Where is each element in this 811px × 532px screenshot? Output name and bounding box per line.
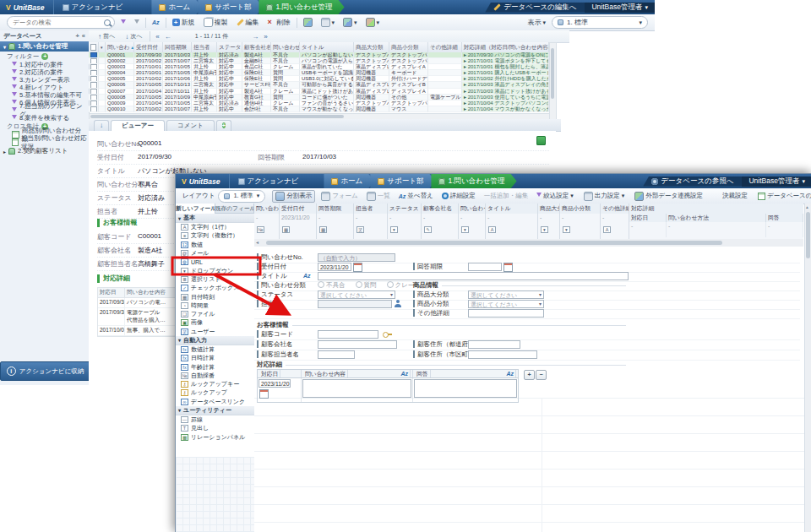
tab-comment[interactable]: コメント: [166, 120, 215, 131]
layout-select-1[interactable]: 1. 標準 ▾: [552, 16, 648, 29]
row-checkbox[interactable]: [89, 64, 99, 70]
next-record-button[interactable]: ↓次へ: [122, 31, 144, 41]
sidebar-database-inquiry[interactable]: ▾ 1.問い合わせ管理: [0, 41, 89, 52]
import-menu-button[interactable]: ▾: [363, 17, 383, 28]
tab-home[interactable]: ホーム: [324, 174, 374, 188]
column-header[interactable]: タイトル: [300, 42, 354, 52]
vertical-scrollbar[interactable]: [549, 42, 557, 120]
customer-city-field[interactable]: [468, 350, 537, 359]
settings-button-1[interactable]: 絞込設定▾: [534, 191, 576, 201]
tab-inquiry-management[interactable]: 1.問い合わせ管理: [259, 0, 344, 14]
customer-name-field[interactable]: [318, 340, 397, 349]
row-checkbox[interactable]: [89, 89, 99, 95]
field-type-item[interactable]: ⚷ルックアップ: [176, 388, 254, 397]
user-menu[interactable]: UnitBase管理者 ▾: [742, 176, 811, 187]
edit-database-link[interactable]: データベースの編集へ: [485, 3, 585, 13]
grid-row[interactable]: Q000052017/10/022017/10/06井上怜対応中保険E社質問US…: [89, 76, 549, 82]
customer-pref-field[interactable]: [468, 340, 520, 349]
field-type-item[interactable]: fx日時計算: [176, 354, 254, 362]
stow-to-actionnav-button[interactable]: i アクションナビに収納: [0, 361, 90, 381]
row-checkbox[interactable]: [89, 52, 99, 58]
sort-button[interactable]: Az: [150, 19, 162, 26]
due-date-field[interactable]: [468, 263, 502, 271]
product-category-select[interactable]: 選択してください▾: [468, 290, 544, 299]
grid-row[interactable]: Q000092017/10/042017/10/05二宮将太対応済み通信H社クレ…: [89, 100, 549, 106]
column-header[interactable]: 対応詳細（対応日/問い合わせ内容/回答）: [462, 42, 549, 52]
scroll-left-icon[interactable]: ◂: [256, 239, 259, 245]
add-filter-button[interactable]: +: [41, 53, 48, 60]
customer-code-field[interactable]: [318, 330, 378, 339]
action-nav-menu[interactable]: アクションナビ: [53, 0, 132, 14]
strip-column[interactable]: 担当者-웃: [354, 204, 388, 239]
response-date-field[interactable]: 2023/11/20: [259, 379, 291, 388]
collapse-viewer-tab[interactable]: ↓: [94, 120, 109, 131]
row-checkbox[interactable]: [89, 58, 99, 64]
sidebar-cross-item[interactable]: 担当別/問い合わせ対応状況: [0, 138, 89, 146]
duplicate-button[interactable]: 複製: [201, 17, 231, 28]
field-type-item[interactable]: ⚷ルックアップキー: [176, 380, 254, 388]
add-row-button[interactable]: +: [524, 370, 535, 380]
settings-button-3[interactable]: 外部データ連携設定: [632, 191, 705, 202]
field-type-item[interactable]: fx年齢計算: [176, 362, 254, 371]
field-type-item[interactable]: ▦日付時刻: [176, 292, 254, 301]
collapse-sidebar-button[interactable]: «: [82, 32, 85, 40]
tab-inquiry-management[interactable]: 1.問い合わせ管理: [431, 174, 516, 188]
grid-row[interactable]: Q000032017/10/012017/10/05井上怜対応中食品C社クレーム…: [89, 64, 549, 70]
field-type-item[interactable]: 12数値: [176, 241, 254, 249]
view-menu[interactable]: 表示 ▾: [525, 17, 548, 28]
view-database-link[interactable]: データベースの参照へ: [643, 176, 742, 187]
tab-support[interactable]: サポート部: [198, 0, 263, 14]
inquiry-no-field[interactable]: （自動で入力）: [318, 253, 395, 262]
strip-column[interactable]: 商品大分類-▾: [538, 204, 560, 239]
field-type-item[interactable]: ∞データベースリンク: [176, 398, 254, 406]
action-nav-menu[interactable]: アクションナビ: [229, 174, 308, 188]
next-page-button[interactable]: →: [252, 33, 259, 41]
form-view-button[interactable]: フォーム: [318, 191, 361, 202]
field-type-item[interactable]: ✓チェックボックス: [176, 284, 254, 292]
field-type-item[interactable]: 웃ユーザー: [176, 328, 254, 336]
field-type-item[interactable]: fx数値計算: [176, 345, 254, 354]
bulk-edit-button[interactable]: 一括追加・編集: [482, 191, 531, 201]
field-type-item[interactable]: ≣選択リスト: [176, 275, 254, 284]
column-header[interactable]: 受付日付: [134, 42, 163, 52]
strip-column[interactable]: 問い合わせ分-▾: [459, 204, 486, 239]
field-type-item[interactable]: T見出し: [176, 424, 254, 432]
filter-clear-button[interactable]: [132, 19, 142, 27]
field-group-header[interactable]: ▾基本: [176, 214, 254, 223]
field-group-header[interactable]: ▾ユーティリティー: [176, 406, 254, 415]
tab-home[interactable]: ホーム: [151, 0, 202, 14]
field-type-item[interactable]: №自動採番: [176, 372, 254, 380]
strip-column[interactable]: 受付日付2023/11/20▦: [280, 204, 317, 239]
print-menu-button[interactable]: ▾: [318, 17, 338, 28]
edit-button[interactable]: 編集: [234, 17, 262, 28]
strip-column[interactable]: ステータス-▾: [388, 204, 422, 239]
product-subcategory-select[interactable]: 選択してください▾: [468, 300, 544, 308]
strip-column[interactable]: 回答期限-▦: [317, 204, 354, 239]
column-header[interactable]: 問い合わせ分: [271, 42, 300, 52]
row-checkbox[interactable]: [89, 95, 99, 100]
last-page-button[interactable]: »: [264, 33, 267, 41]
grid-row[interactable]: Q000042017/10/012017/10/05中尾原由子対応中保険D社質問…: [89, 70, 549, 76]
tab-support[interactable]: サポート部: [370, 174, 435, 188]
row-checkbox[interactable]: [89, 100, 99, 106]
export-menu-button[interactable]: ▾: [340, 17, 360, 28]
select-all-checkbox[interactable]: [89, 42, 99, 52]
radio-option[interactable]: 不具合: [318, 281, 346, 290]
grid-row[interactable]: Q000102017/10/022017/10/07井上怜対応中会計I社不具合マ…: [89, 106, 549, 112]
row-checkbox[interactable]: [89, 82, 99, 88]
settings-button-2[interactable]: 出力設定▾: [581, 191, 628, 202]
calendar-icon[interactable]: [353, 263, 362, 272]
column-header[interactable]: 商品大分類: [354, 42, 389, 52]
settings-button-5[interactable]: データベースの公開: [755, 191, 811, 201]
grid-row[interactable]: Q000012017/09/302017/10/03井上怜対応済み製造A社不具合…: [89, 52, 549, 58]
remove-row-button[interactable]: −: [536, 370, 547, 380]
strip-column[interactable]: 商品小分類-▾: [560, 204, 601, 239]
field-type-item[interactable]: A文字列（1行）: [176, 223, 254, 231]
layout-select-2[interactable]: 1. 標準 ▾: [218, 190, 265, 203]
grid-row[interactable]: Q000062017/10/052017/10/13二宮将太対応中サービスF社不…: [89, 82, 549, 88]
image-button[interactable]: [301, 17, 315, 28]
answer-textarea[interactable]: [414, 379, 517, 398]
filter-button[interactable]: [118, 19, 128, 27]
strip-column[interactable]: その他詳細-A: [601, 204, 629, 239]
inquiry-content-textarea[interactable]: [302, 379, 411, 398]
